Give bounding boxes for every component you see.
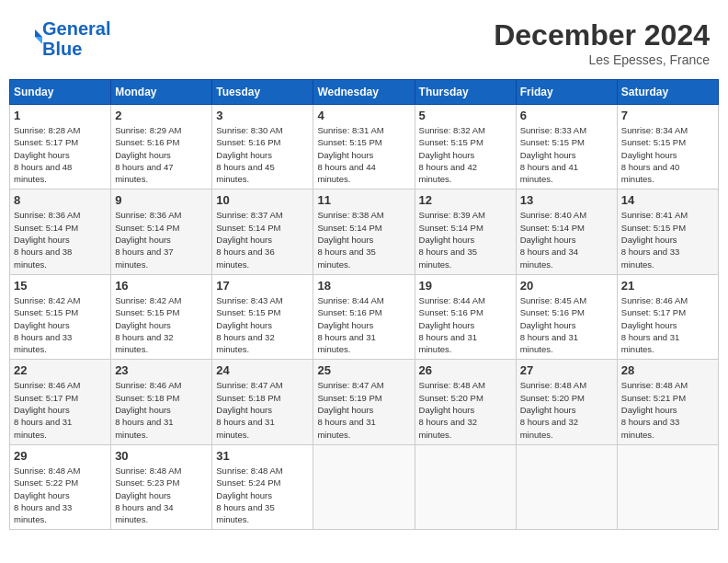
calendar-cell: 3 Sunrise: 8:30 AM Sunset: 5:16 PM Dayli… [212,105,313,190]
calendar-cell: 26 Sunrise: 8:48 AM Sunset: 5:20 PM Dayl… [415,360,516,444]
day-info: Sunrise: 8:47 AM Sunset: 5:18 PM Dayligh… [216,379,309,440]
title-area: December 2024 Les Epesses, France [494,18,710,67]
calendar-cell [415,444,516,529]
day-number: 26 [419,363,512,377]
day-info: Sunrise: 8:31 AM Sunset: 5:15 PM Dayligh… [317,124,410,185]
day-info: Sunrise: 8:44 AM Sunset: 5:16 PM Dayligh… [419,294,512,355]
day-number: 2 [115,109,208,122]
day-number: 6 [520,109,613,122]
day-info: Sunrise: 8:48 AM Sunset: 5:21 PM Dayligh… [621,379,714,440]
day-info: Sunrise: 8:46 AM Sunset: 5:17 PM Dayligh… [621,294,714,355]
day-number: 14 [621,193,714,207]
day-info: Sunrise: 8:42 AM Sunset: 5:15 PM Dayligh… [115,294,208,355]
day-number: 11 [317,193,410,207]
calendar-cell [516,444,617,529]
weekday-friday: Friday [516,80,617,105]
calendar-cell: 9 Sunrise: 8:36 AM Sunset: 5:14 PM Dayli… [111,190,212,274]
day-info: Sunrise: 8:48 AM Sunset: 5:24 PM Dayligh… [216,465,309,525]
day-number: 29 [14,449,107,463]
day-number: 13 [520,193,613,207]
weekday-wednesday: Wednesday [313,80,415,105]
day-info: Sunrise: 8:28 AM Sunset: 5:17 PM Dayligh… [14,124,107,185]
header: General Blue December 2024 Les Epesses, … [9,9,719,72]
day-info: Sunrise: 8:36 AM Sunset: 5:14 PM Dayligh… [115,209,208,270]
calendar-cell: 27 Sunrise: 8:48 AM Sunset: 5:20 PM Dayl… [516,360,617,444]
logo-general: General [42,18,110,39]
day-number: 5 [419,109,512,122]
logo-blue: Blue [42,39,82,59]
calendar-cell: 2 Sunrise: 8:29 AM Sunset: 5:16 PM Dayli… [111,105,212,190]
calendar-week-1: 1 Sunrise: 8:28 AM Sunset: 5:17 PM Dayli… [10,105,719,190]
day-info: Sunrise: 8:45 AM Sunset: 5:16 PM Dayligh… [520,294,613,355]
day-info: Sunrise: 8:39 AM Sunset: 5:14 PM Dayligh… [419,209,512,270]
day-info: Sunrise: 8:33 AM Sunset: 5:15 PM Dayligh… [520,124,613,185]
calendar-cell: 5 Sunrise: 8:32 AM Sunset: 5:15 PM Dayli… [415,105,516,190]
calendar-cell: 22 Sunrise: 8:46 AM Sunset: 5:17 PM Dayl… [10,360,111,444]
svg-marker-0 [35,29,42,37]
month-title: December 2024 [494,18,710,52]
calendar-cell: 18 Sunrise: 8:44 AM Sunset: 5:16 PM Dayl… [313,274,415,359]
calendar-body: 1 Sunrise: 8:28 AM Sunset: 5:17 PM Dayli… [10,105,719,530]
calendar-cell: 6 Sunrise: 8:33 AM Sunset: 5:15 PM Dayli… [516,105,617,190]
weekday-monday: Monday [111,80,212,105]
day-info: Sunrise: 8:29 AM Sunset: 5:16 PM Dayligh… [115,124,208,185]
calendar-cell [313,444,415,529]
day-number: 3 [216,109,309,122]
calendar-week-5: 29 Sunrise: 8:48 AM Sunset: 5:22 PM Dayl… [10,444,719,529]
day-number: 1 [14,109,107,122]
day-info: Sunrise: 8:34 AM Sunset: 5:15 PM Dayligh… [621,124,714,185]
weekday-thursday: Thursday [415,80,516,105]
day-number: 22 [14,363,107,377]
day-number: 15 [14,279,107,293]
day-number: 18 [317,279,410,293]
day-number: 28 [621,363,714,377]
calendar-cell: 19 Sunrise: 8:44 AM Sunset: 5:16 PM Dayl… [415,274,516,359]
weekday-header-row: SundayMondayTuesdayWednesdayThursdayFrid… [10,80,719,105]
day-number: 4 [317,109,410,122]
weekday-sunday: Sunday [10,80,111,105]
day-info: Sunrise: 8:43 AM Sunset: 5:15 PM Dayligh… [216,294,309,355]
day-number: 17 [216,279,309,293]
day-info: Sunrise: 8:47 AM Sunset: 5:19 PM Dayligh… [317,379,410,440]
calendar-week-2: 8 Sunrise: 8:36 AM Sunset: 5:14 PM Dayli… [10,190,719,274]
day-number: 19 [419,279,512,293]
calendar-cell: 13 Sunrise: 8:40 AM Sunset: 5:14 PM Dayl… [516,190,617,274]
day-number: 25 [317,363,410,377]
calendar-cell: 17 Sunrise: 8:43 AM Sunset: 5:15 PM Dayl… [212,274,313,359]
location-title: Les Epesses, France [494,52,710,67]
day-info: Sunrise: 8:46 AM Sunset: 5:18 PM Dayligh… [115,379,208,440]
calendar-cell: 7 Sunrise: 8:34 AM Sunset: 5:15 PM Dayli… [617,105,718,190]
day-info: Sunrise: 8:32 AM Sunset: 5:15 PM Dayligh… [419,124,512,185]
day-info: Sunrise: 8:38 AM Sunset: 5:14 PM Dayligh… [317,209,410,270]
calendar-cell: 20 Sunrise: 8:45 AM Sunset: 5:16 PM Dayl… [516,274,617,359]
calendar-cell: 29 Sunrise: 8:48 AM Sunset: 5:22 PM Dayl… [10,444,111,529]
calendar-cell: 21 Sunrise: 8:46 AM Sunset: 5:17 PM Dayl… [617,274,718,359]
calendar-cell: 10 Sunrise: 8:37 AM Sunset: 5:14 PM Dayl… [212,190,313,274]
calendar-cell: 23 Sunrise: 8:46 AM Sunset: 5:18 PM Dayl… [111,360,212,444]
calendar-cell: 24 Sunrise: 8:47 AM Sunset: 5:18 PM Dayl… [212,360,313,444]
calendar-cell: 16 Sunrise: 8:42 AM Sunset: 5:15 PM Dayl… [111,274,212,359]
day-number: 20 [520,279,613,293]
day-info: Sunrise: 8:44 AM Sunset: 5:16 PM Dayligh… [317,294,410,355]
svg-marker-1 [35,37,42,44]
calendar-cell: 15 Sunrise: 8:42 AM Sunset: 5:15 PM Dayl… [10,274,111,359]
day-info: Sunrise: 8:48 AM Sunset: 5:20 PM Dayligh… [419,379,512,440]
day-number: 10 [216,193,309,207]
calendar-cell: 28 Sunrise: 8:48 AM Sunset: 5:21 PM Dayl… [617,360,718,444]
day-number: 12 [419,193,512,207]
calendar-cell [617,444,718,529]
day-number: 27 [520,363,613,377]
day-number: 16 [115,279,208,293]
calendar-week-3: 15 Sunrise: 8:42 AM Sunset: 5:15 PM Dayl… [10,274,719,359]
day-number: 21 [621,279,714,293]
calendar-week-4: 22 Sunrise: 8:46 AM Sunset: 5:17 PM Dayl… [10,360,719,444]
day-number: 30 [115,449,208,463]
day-info: Sunrise: 8:46 AM Sunset: 5:17 PM Dayligh… [14,379,107,440]
calendar-cell: 12 Sunrise: 8:39 AM Sunset: 5:14 PM Dayl… [415,190,516,274]
day-number: 8 [14,193,107,207]
day-number: 24 [216,363,309,377]
day-info: Sunrise: 8:36 AM Sunset: 5:14 PM Dayligh… [14,209,107,270]
calendar-cell: 1 Sunrise: 8:28 AM Sunset: 5:17 PM Dayli… [10,105,111,190]
day-info: Sunrise: 8:48 AM Sunset: 5:20 PM Dayligh… [520,379,613,440]
day-number: 31 [216,449,309,463]
